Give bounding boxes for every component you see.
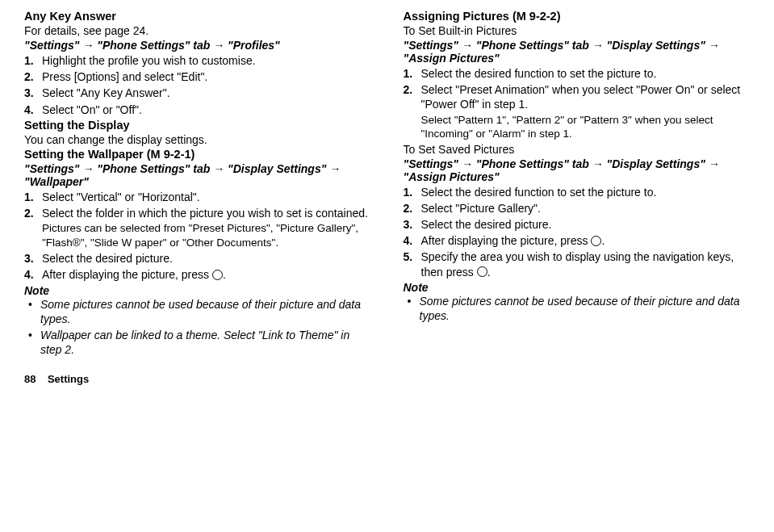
note-item: Some pictures cannot be used because of … — [404, 294, 751, 323]
list-item-after: . — [487, 266, 491, 279]
list-item: Select "Picture Gallery". — [404, 201, 751, 216]
any-key-answer-navpath: "Settings" → "Phone Settings" tab → "Pro… — [24, 39, 371, 52]
builtin-steps: Select the desired function to set the p… — [404, 66, 751, 141]
note-item: Wallpaper can be linked to a theme. Sele… — [24, 328, 371, 357]
right-column: Assigning Pictures (M 9-2-2) To Set Buil… — [404, 8, 751, 358]
any-key-answer-heading: Any Key Answer — [24, 10, 371, 23]
list-item-subtext: Select "Pattern 1", "Pattern 2" or "Patt… — [421, 113, 751, 141]
list-item: Select "On" or "Off". — [24, 103, 371, 117]
ok-button-icon — [477, 266, 487, 277]
list-item: Highlight the profile you wish to custom… — [24, 53, 371, 68]
list-item: After displaying the picture, press . — [404, 233, 751, 248]
saved-steps: Select the desired function to set the p… — [404, 185, 751, 279]
list-item: Select "Vertical" or "Horizontal". — [24, 190, 371, 204]
list-item: Press [Options] and select "Edit". — [24, 69, 371, 84]
list-item: Select the folder in which the picture y… — [24, 206, 371, 249]
list-item: Select the desired picture. — [24, 251, 371, 266]
list-item: Specify the area you wish to display usi… — [404, 249, 751, 279]
list-item-text: Select the folder in which the picture y… — [42, 207, 368, 220]
builtin-navpath: "Settings" → "Phone Settings" tab → "Dis… — [404, 39, 751, 65]
page-number: 88 — [24, 373, 36, 385]
note-item: Some pictures cannot be used because of … — [24, 297, 371, 326]
assign-pictures-heading: Assigning Pictures (M 9-2-2) — [404, 10, 751, 23]
setting-wallpaper-menucode: (M 9-2-1) — [147, 148, 195, 161]
setting-display-desc: You can change the display settings. — [24, 133, 371, 146]
setting-wallpaper-heading-text: Setting the Wallpaper — [24, 148, 147, 161]
note-label: Note — [24, 284, 371, 297]
list-item: Select the desired function to set the p… — [404, 66, 751, 81]
setting-wallpaper-steps: Select "Vertical" or "Horizontal". Selec… — [24, 190, 371, 283]
ok-button-icon — [212, 270, 223, 280]
list-item: Select the desired function to set the p… — [404, 185, 751, 199]
list-item-after: . — [223, 268, 226, 281]
list-item-text: Select "Preset Animation" when you selec… — [421, 83, 741, 111]
list-item: Select "Preset Animation" when you selec… — [404, 82, 751, 140]
footer-section: Settings — [48, 373, 89, 385]
note-label: Note — [404, 281, 751, 294]
list-item: After displaying the picture, press . — [24, 267, 371, 282]
list-item-subtext: Pictures can be selected from "Preset Pi… — [42, 221, 371, 249]
list-item: Select the desired picture. — [404, 217, 751, 232]
saved-notes: Some pictures cannot be used because of … — [404, 294, 751, 323]
saved-subheading: To Set Saved Pictures — [404, 143, 751, 156]
saved-navpath: "Settings" → "Phone Settings" tab → "Dis… — [404, 157, 751, 183]
assign-pictures-heading-text: Assigning Pictures — [404, 10, 513, 23]
assign-pictures-menucode: (M 9-2-2) — [513, 10, 561, 23]
setting-wallpaper-heading: Setting the Wallpaper (M 9-2-1) — [24, 148, 371, 161]
list-item-after: . — [601, 234, 605, 247]
list-item-text: Specify the area you wish to display usi… — [421, 250, 734, 278]
list-item-text: After displaying the picture, press — [421, 234, 592, 247]
any-key-answer-steps: Highlight the profile you wish to custom… — [24, 53, 371, 117]
setting-wallpaper-navpath: "Settings" → "Phone Settings" tab → "Dis… — [24, 162, 371, 188]
setting-display-heading: Setting the Display — [24, 119, 371, 132]
setting-wallpaper-notes: Some pictures cannot be used because of … — [24, 297, 371, 358]
ok-button-icon — [591, 236, 601, 246]
left-column: Any Key Answer For details, see page 24.… — [24, 8, 371, 358]
any-key-answer-details: For details, see page 24. — [24, 24, 371, 37]
builtin-subheading: To Set Built-in Pictures — [404, 24, 751, 37]
page-footer: 88 Settings — [24, 373, 750, 385]
list-item: Select "Any Key Answer". — [24, 86, 371, 100]
list-item-text: After displaying the picture, press — [42, 268, 212, 281]
